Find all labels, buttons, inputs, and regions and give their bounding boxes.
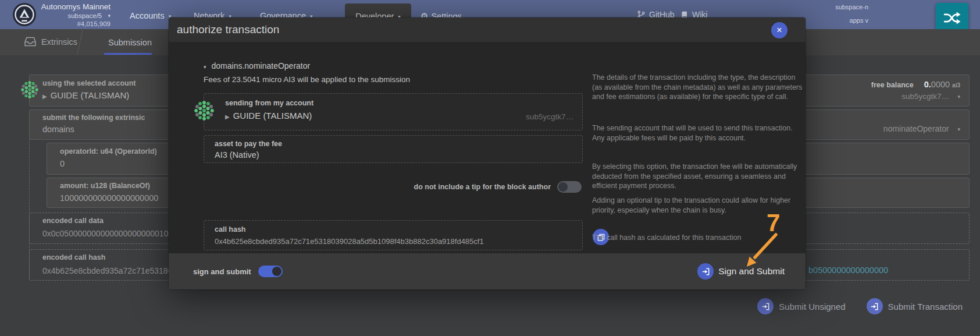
modal-title: authorize transaction bbox=[177, 23, 279, 36]
free-balance-label: free balance bbox=[871, 81, 914, 89]
nav-item-label: Accounts bbox=[130, 11, 165, 20]
field-label: encoded call data bbox=[42, 217, 104, 225]
authorize-transaction-modal: ▾domains.nominateOperator Fees of 23.504… bbox=[169, 17, 806, 289]
account-address[interactable]: sub5ycgtk7… ▾ bbox=[901, 92, 960, 101]
param-label: operatorId: u64 (OperatorId) bbox=[60, 147, 157, 155]
sender-name: GUIDE (TALISMAN) bbox=[233, 111, 312, 121]
free-balance-value: 0.0000ai3 bbox=[924, 79, 960, 90]
param-input[interactable]: 0 bbox=[60, 159, 65, 168]
autonomys-logo[interactable] bbox=[13, 3, 36, 26]
tip-label: do not include a tip for the block autho… bbox=[414, 183, 551, 191]
version-info: subspace-n apps v bbox=[799, 3, 868, 30]
field-label: asset to pay the fee bbox=[215, 140, 282, 148]
sign-in-icon bbox=[867, 298, 883, 314]
chevron-down-icon: ▾ bbox=[108, 13, 111, 19]
field-label: submit the following extrinsic bbox=[42, 114, 145, 122]
call-select[interactable]: nominateOperator ▾ bbox=[883, 124, 960, 133]
button-label: Submit Unsigned bbox=[779, 302, 845, 312]
call-hash-box: call hash 0x4b625e8cbded935a72c71e531803… bbox=[204, 220, 583, 250]
tab-label: Extrinsics bbox=[41, 37, 77, 47]
network-version: subspace-n bbox=[799, 3, 868, 10]
help-text-call-hash: The call hash as calculated for this tra… bbox=[592, 233, 803, 243]
submit-transaction-button[interactable]: Submit Transaction bbox=[867, 298, 963, 314]
account-identicon bbox=[21, 81, 38, 98]
nav-item-accounts[interactable]: Accounts▾ bbox=[130, 11, 171, 20]
modal-header: authorize transaction bbox=[169, 17, 806, 42]
toggle-knob bbox=[272, 267, 281, 276]
help-text-tip: Adding an optional tip to the transactio… bbox=[592, 196, 803, 215]
tab-separator bbox=[77, 30, 83, 54]
sign-and-submit-button[interactable]: Sign and Submit bbox=[697, 263, 785, 280]
sender-address: sub5ycgtk7… bbox=[526, 112, 573, 121]
call-method: domains.nominateOperator bbox=[212, 61, 311, 70]
call-data-fragment: b0500000000000000 bbox=[808, 266, 888, 275]
sign-and-submit-toggle-label: sign and submit bbox=[193, 267, 251, 276]
tab-extrinsics[interactable]: Extrinsics bbox=[24, 37, 77, 47]
screen: Autonomys Mainnet subspace/5 ▾ #4,015,90… bbox=[0, 0, 980, 336]
shuffle-icon bbox=[943, 10, 961, 26]
autonomys-logo-icon bbox=[13, 3, 36, 26]
sign-and-submit-toggle[interactable] bbox=[258, 266, 283, 277]
call-method-expander[interactable]: ▾domains.nominateOperator bbox=[204, 61, 310, 70]
close-icon[interactable]: × bbox=[771, 22, 787, 38]
active-tab-indicator bbox=[104, 53, 152, 55]
fees-note: Fees of 23.5041 micro AI3 will be applie… bbox=[204, 75, 410, 84]
fee-asset-value: AI3 (Native) bbox=[215, 150, 259, 160]
help-text-details: The details of the transaction including… bbox=[592, 73, 803, 102]
toggle-knob bbox=[558, 182, 568, 192]
sender-identicon bbox=[194, 101, 214, 121]
field-label: using the selected account bbox=[42, 79, 136, 87]
inbox-icon bbox=[24, 37, 36, 47]
field-label: call hash bbox=[215, 225, 246, 234]
sender-value: ▶GUIDE (TALISMAN) bbox=[225, 111, 312, 121]
pallet-select[interactable]: domains bbox=[42, 125, 74, 134]
chevron-down-icon: ▾ bbox=[204, 64, 206, 70]
button-label: Sign and Submit bbox=[718, 266, 785, 277]
chevron-down-icon: ▾ bbox=[957, 94, 960, 100]
chain-selector[interactable]: Autonomys Mainnet subspace/5 ▾ #4,015,90… bbox=[35, 2, 111, 28]
sender-account-box[interactable]: sending from my account ▶GUIDE (TALISMAN… bbox=[204, 93, 583, 130]
account-name: GUIDE (TALISMAN) bbox=[51, 90, 130, 100]
sign-in-icon bbox=[697, 263, 714, 280]
free-balance: free balance 0.0000ai3 bbox=[871, 79, 960, 90]
param-label: amount: u128 (BalanceOf) bbox=[60, 182, 150, 190]
help-text-fee-asset: By selecting this option, the transactio… bbox=[592, 162, 803, 191]
chain-name: Autonomys Mainnet bbox=[35, 2, 111, 12]
call-hash-value: 0x4b625e8cbded935a72c71e5318039028a5d5b1… bbox=[215, 237, 484, 246]
sign-in-icon bbox=[757, 298, 774, 314]
chevron-down-icon: ▾ bbox=[957, 126, 960, 132]
field-label: sending from my account bbox=[225, 99, 313, 107]
button-label: Submit Transaction bbox=[888, 302, 963, 312]
account-value: ▶GUIDE (TALISMAN) bbox=[42, 90, 129, 100]
caret-right-icon: ▶ bbox=[225, 114, 230, 120]
modal-footer: sign and submit Sign and Submit bbox=[169, 253, 806, 289]
caret-right-icon: ▶ bbox=[42, 93, 47, 100]
block-number: #4,015,909 bbox=[35, 20, 111, 28]
chain-spec-label: subspace/5 bbox=[67, 12, 102, 19]
apps-version: apps v bbox=[799, 17, 868, 24]
fee-asset-box[interactable]: asset to pay the fee AI3 (Native) bbox=[204, 135, 583, 163]
field-label: encoded call hash bbox=[42, 253, 105, 261]
submit-unsigned-button[interactable]: Submit Unsigned bbox=[757, 298, 845, 314]
modal-body: ▾domains.nominateOperator Fees of 23.504… bbox=[169, 42, 806, 253]
tip-toggle-row: do not include a tip for the block autho… bbox=[204, 181, 582, 193]
tip-toggle[interactable] bbox=[557, 181, 582, 193]
tab-submission[interactable]: Submission bbox=[108, 38, 152, 47]
page-actions: Submit Unsigned Submit Transaction bbox=[757, 298, 963, 314]
help-text-sender: The sending account that will be used to… bbox=[592, 123, 803, 143]
chain-spec: subspace/5 ▾ bbox=[35, 12, 111, 20]
param-input[interactable]: 100000000000000000000 bbox=[60, 193, 158, 203]
